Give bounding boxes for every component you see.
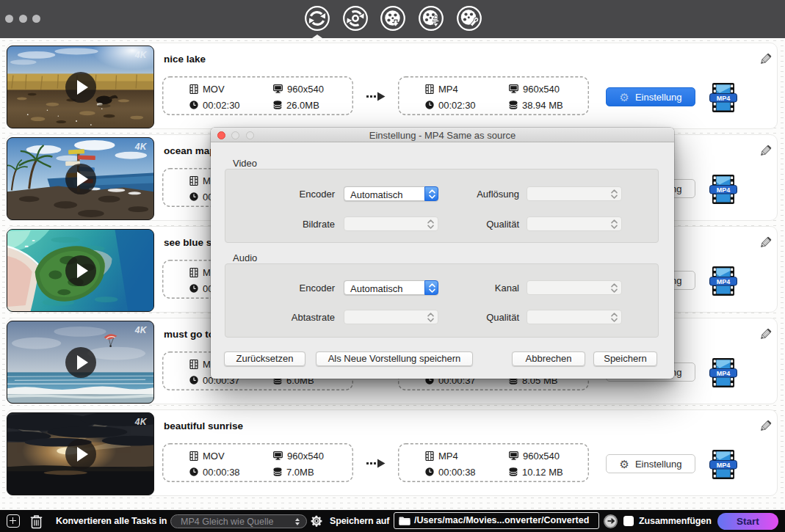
video-settings-panel: Encoder Automatisch Auflösung Bildrate Q… [225, 169, 659, 243]
settings-button-label: Einstellung [635, 459, 682, 470]
task-title: must go to [164, 329, 214, 340]
stepper-icon [609, 312, 619, 323]
title-toolbar [0, 0, 785, 38]
film-icon [189, 451, 198, 461]
open-folder-button[interactable] [604, 514, 618, 528]
display-icon [509, 451, 518, 460]
video-thumbnail[interactable]: 4K [7, 321, 154, 404]
mode-switcher [304, 5, 482, 32]
output-format-mp4-icon[interactable] [709, 266, 737, 296]
tab-enhancer[interactable] [418, 5, 444, 32]
filesize-icon [509, 467, 518, 476]
clock-icon [189, 284, 198, 293]
save-as-preset-button[interactable]: Als Neue Vorstellung speichern [316, 351, 473, 366]
video-framerate-label: Bildrate [239, 219, 335, 230]
video-thumbnail[interactable] [7, 229, 154, 312]
task-title: ocean map [164, 145, 216, 156]
settings-button[interactable]: ⚙Einstellung [606, 454, 695, 473]
dialog-titlebar[interactable]: Einstellung - MP4 Same as source [211, 128, 674, 142]
format-settings-gear-icon[interactable] [311, 515, 322, 527]
window-close-button[interactable] [5, 15, 13, 23]
video-resolution-select [527, 186, 622, 201]
source-size: 7.0MB [286, 467, 314, 478]
save-to-label: Speichern auf [330, 510, 389, 532]
output-format-mp4-icon[interactable] [709, 358, 737, 387]
settings-button[interactable]: ⚙Einstellung [606, 87, 695, 106]
add-file-button[interactable] [7, 514, 20, 528]
output-format-mp4-icon[interactable] [709, 450, 737, 479]
display-icon [273, 451, 283, 460]
output-format-mp4-icon[interactable] [709, 175, 737, 204]
window-minimize-button[interactable] [19, 15, 27, 23]
filesize-icon [273, 467, 282, 476]
output-info-box: MP4 960x540 00:02:30 38.94 MB [398, 76, 589, 115]
clock-icon [189, 101, 198, 109]
rename-pencil-icon[interactable] [759, 328, 772, 341]
settings-button-label: Einstellung [635, 92, 682, 103]
task-row[interactable]: 4K nice lake MOV 960x540 00:02:30 26.0MB… [6, 43, 778, 129]
output-format: MP4 [438, 84, 458, 95]
clock-icon [189, 376, 198, 385]
play-button-icon[interactable] [65, 72, 96, 103]
window-zoom-button[interactable] [32, 15, 40, 23]
output-path-field[interactable]: /Users/mac/Movies...onverter/Converted [394, 512, 599, 529]
output-format-mp4-icon[interactable] [709, 83, 737, 112]
filesize-icon [273, 101, 282, 109]
source-info-box: MOV 960x540 00:02:30 26.0MB [162, 76, 353, 115]
film-icon [425, 451, 434, 461]
gear-icon: ⚙ [619, 92, 629, 103]
clock-icon [189, 467, 198, 476]
film-icon [189, 360, 198, 369]
trash-icon[interactable] [30, 514, 43, 529]
convert-arrow-icon [366, 92, 386, 101]
video-quality-label: Qualität [424, 219, 519, 230]
play-button-icon[interactable] [65, 164, 96, 194]
dropdown-stepper-icon [295, 518, 300, 525]
app-window: 4K nice lake MOV 960x540 00:02:30 26.0MB… [0, 0, 785, 532]
output-format-dropdown[interactable]: MP4 Gleich wie Quelle [170, 514, 307, 528]
source-size: 26.0MB [286, 100, 319, 111]
video-thumbnail[interactable]: 4K [7, 45, 154, 128]
badge-4k: 4K [135, 142, 147, 152]
output-resolution: 960x540 [523, 84, 560, 95]
rename-pencil-icon[interactable] [759, 53, 772, 66]
rename-pencil-icon[interactable] [759, 420, 772, 433]
output-format-value: MP4 Gleich wie Quelle [181, 517, 273, 527]
play-button-icon[interactable] [65, 255, 96, 286]
save-button[interactable]: Speichern [593, 351, 657, 366]
merge-checkbox[interactable] [623, 516, 634, 526]
audio-quality-label: Qualität [424, 312, 519, 323]
play-button-icon[interactable] [65, 347, 96, 378]
video-resolution-label: Auflösung [424, 189, 519, 200]
tab-ripper[interactable] [342, 5, 369, 32]
video-thumbnail[interactable]: 4K [7, 137, 154, 220]
tab-converter[interactable] [304, 5, 330, 32]
clock-icon [425, 101, 434, 109]
film-icon [425, 84, 434, 94]
rename-pencil-icon[interactable] [759, 236, 772, 249]
source-format: MOV [203, 451, 225, 462]
filesize-icon [509, 101, 518, 109]
film-icon [189, 84, 198, 94]
right-arrow-icon [607, 517, 615, 525]
reset-button[interactable]: Zurücksetzen [224, 351, 305, 366]
output-size: 38.94 MB [522, 100, 563, 111]
output-duration: 00:00:38 [438, 467, 476, 478]
tab-downloader[interactable] [380, 5, 406, 32]
stepper-icon [609, 283, 619, 294]
start-button[interactable]: Start [717, 513, 778, 530]
clock-icon [189, 192, 198, 201]
task-row[interactable]: 4K beautiful sunrise MOV 960x540 00:00:3… [6, 409, 778, 496]
cancel-button[interactable]: Abbrechen [512, 351, 585, 366]
play-button-icon[interactable] [65, 439, 96, 470]
output-path-value: /Users/mac/Movies...onverter/Converted [414, 515, 589, 525]
source-duration: 00:02:30 [203, 100, 240, 111]
video-thumbnail[interactable]: 4K [7, 412, 154, 495]
audio-samplerate-label: Abtastrate [239, 312, 335, 323]
rename-pencil-icon[interactable] [759, 145, 772, 158]
convert-all-label: Konvertieren alle Tasks in [56, 510, 167, 532]
output-size: 10.12 MB [522, 467, 563, 478]
badge-4k: 4K [135, 50, 147, 60]
tab-toolbox[interactable] [456, 5, 482, 32]
source-info-box: MOV 960x540 00:00:38 7.0MB [162, 443, 353, 482]
